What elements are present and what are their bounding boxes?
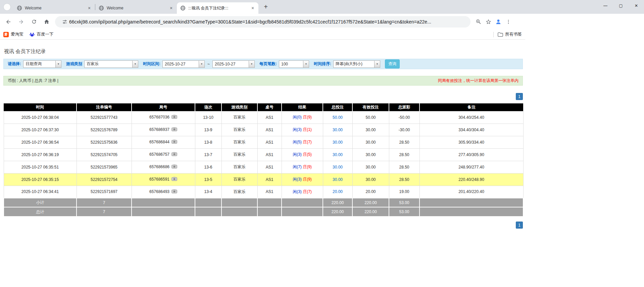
video-snapshot-icon[interactable] — [171, 189, 177, 194]
cell-game-type: 百家乐 — [221, 148, 257, 161]
cell-result: 闲(3) 庄(7) — [282, 186, 323, 198]
chevron-down-icon[interactable]: ▼ — [199, 60, 205, 68]
pagination-bottom: 1 — [3, 222, 523, 229]
browser-window: Welcome × Welcome × :::视讯 会员下注纪录::: × + … — [0, 0, 644, 229]
forward-icon[interactable] — [15, 16, 27, 28]
home-icon[interactable] — [41, 16, 52, 28]
sort-input[interactable] — [333, 60, 374, 68]
total-bet-link[interactable]: 50.00 — [333, 115, 343, 120]
result-banker: 庄(7) — [303, 189, 312, 194]
game-type-label: 游戏类别 — [66, 61, 82, 67]
globe-favicon-icon — [180, 5, 186, 11]
bookmark-star-icon[interactable] — [484, 17, 493, 26]
cell-round-id: 657686937 — [132, 124, 195, 136]
total-bet-link[interactable]: 30.00 — [333, 140, 343, 145]
chevron-down-icon[interactable]: ▼ — [249, 60, 255, 68]
baidu-favicon-icon — [30, 32, 35, 37]
tab-close-icon[interactable]: × — [86, 5, 92, 11]
video-snapshot-icon[interactable] — [171, 115, 177, 120]
chevron-down-icon[interactable]: ▼ — [132, 60, 138, 68]
total-bet-link[interactable]: 30.00 — [333, 128, 343, 132]
notice-text: 同局有效投注，统一计算在该局第一张注单内 — [438, 78, 518, 84]
total-bet-link[interactable]: 30.00 — [333, 177, 343, 182]
menu-dots-icon[interactable] — [504, 17, 513, 26]
minimize-button[interactable]: — — [598, 0, 613, 11]
video-snapshot-icon[interactable] — [171, 127, 177, 132]
profile-avatar-icon[interactable] — [494, 17, 503, 26]
folder-icon — [498, 32, 503, 37]
search-button[interactable]: 查询 — [385, 59, 400, 68]
chevron-down-icon[interactable]: ▼ — [55, 60, 61, 68]
address-bar[interactable]: 66cxkj98.com/ipl/portal.php/game/betreco… — [55, 16, 470, 28]
cell-time: 2025-10-27 06:37:30 — [4, 124, 77, 136]
bookmarks-separator — [493, 32, 494, 37]
cell-valid-bet: 30.00 — [352, 161, 389, 173]
game-type-combobox[interactable]: ▼ — [84, 60, 138, 68]
cell-time: 2025-10-27 06:35:51 — [4, 161, 77, 173]
cell-round-id: 657686591 — [132, 173, 195, 186]
total-bet-link[interactable]: 20.00 — [333, 189, 343, 194]
cell-session: 13-6 — [195, 161, 221, 173]
cell-bet-id: 522921573965 — [77, 161, 132, 173]
video-snapshot-icon[interactable] — [171, 164, 177, 170]
result-banker: 庄(1) — [303, 127, 312, 132]
page-1-button[interactable]: 1 — [516, 222, 523, 229]
total-bet-link[interactable]: 30.00 — [333, 165, 343, 170]
new-tab-button[interactable]: + — [261, 2, 270, 12]
chevron-down-icon[interactable]: ▼ — [303, 60, 309, 68]
cell-note: 334.40/304.40 — [419, 124, 523, 136]
all-bookmarks-button[interactable]: 所有书签 — [498, 32, 522, 37]
bookmark-aitaobao[interactable]: 爱 爱淘宝 — [3, 32, 23, 37]
game-type-input[interactable] — [84, 60, 132, 68]
browser-toolbar: 66cxkj98.com/ipl/portal.php/game/betreco… — [0, 14, 644, 30]
tab-close-icon[interactable]: × — [168, 5, 174, 11]
cell-game-type: 百家乐 — [221, 173, 257, 186]
tab-search-button[interactable] — [3, 3, 11, 11]
zoom-icon[interactable] — [474, 17, 483, 26]
column-header: 桌号 — [257, 103, 282, 111]
sort-combobox[interactable]: ▼ — [333, 60, 380, 68]
tab-welcome-2[interactable]: Welcome × — [95, 2, 177, 14]
maximize-button[interactable]: ▢ — [613, 0, 629, 11]
page-1-button[interactable]: 1 — [516, 93, 523, 100]
date-to-combobox[interactable]: ▼ — [212, 60, 255, 68]
cell-table-no: AS1 — [257, 136, 282, 148]
cell-payout: 28.50 — [389, 148, 419, 161]
url-text[interactable]: 66cxkj98.com/ipl/portal.php/game/betreco… — [69, 19, 467, 25]
tab-close-icon[interactable]: × — [250, 5, 256, 11]
bookmark-label: 爱淘宝 — [11, 32, 23, 37]
query-type-combobox[interactable]: ▼ — [23, 60, 61, 68]
result-banker: 庄(5) — [303, 152, 312, 157]
taobao-favicon-icon: 爱 — [3, 32, 9, 37]
cell-valid-bet: 50.00 — [352, 111, 389, 124]
cell-game-type: 百家乐 — [221, 136, 257, 148]
page-content: 视讯 会员下注纪录 请选择: ▼ 游戏类别 ▼ 时间区间: ▼ ~ ▼ 每 — [0, 40, 644, 229]
total-total-bet: 220.00 — [323, 207, 352, 216]
chevron-down-icon[interactable]: ▼ — [374, 60, 380, 68]
back-icon[interactable] — [3, 16, 14, 28]
tab-welcome-1[interactable]: Welcome × — [13, 2, 95, 14]
table-row: 2025-10-27 06:37:30522921576789657686937… — [4, 124, 523, 136]
page-size-input[interactable] — [279, 60, 303, 68]
tab-title: :::视讯 会员下注纪录::: — [188, 5, 248, 11]
video-snapshot-icon[interactable] — [171, 140, 177, 145]
reload-icon[interactable] — [28, 16, 40, 28]
tab-betrecord-active[interactable]: :::视讯 会员下注纪录::: × — [177, 2, 258, 14]
site-info-tune-icon[interactable] — [60, 17, 69, 26]
date-to-input[interactable] — [212, 60, 249, 68]
query-type-input[interactable] — [23, 60, 55, 68]
cell-time: 2025-10-27 06:34:41 — [4, 186, 77, 198]
total-label: 总计 — [4, 207, 77, 216]
bookmark-baidu[interactable]: 百度一下 — [30, 32, 54, 37]
date-from-input[interactable] — [162, 60, 199, 68]
result-banker: 庄(9) — [303, 177, 312, 182]
video-snapshot-icon[interactable] — [171, 152, 177, 157]
cell-payout: 28.50 — [389, 173, 419, 186]
total-bet-link[interactable]: 30.00 — [333, 152, 343, 157]
page-size-combobox[interactable]: ▼ — [279, 60, 309, 68]
date-from-combobox[interactable]: ▼ — [162, 60, 205, 68]
video-snapshot-icon[interactable] — [171, 177, 177, 182]
cell-valid-bet: 30.00 — [352, 148, 389, 161]
close-button[interactable]: ✕ — [629, 0, 644, 11]
cell-round-id: 657686757 — [132, 148, 195, 161]
